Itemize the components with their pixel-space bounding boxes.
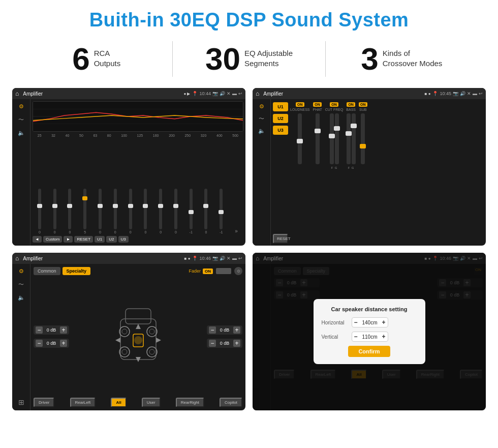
crossover-cutfreq-track-f[interactable] [330,113,334,164]
crossover-phat-track[interactable] [316,113,320,164]
crossover-bass-track-f[interactable] [347,113,351,164]
crossover-sub-on[interactable]: ON [359,102,367,107]
dialog-horizontal-minus[interactable]: − [354,319,358,326]
dialog-vertical-stepper[interactable]: − 110cm + [352,332,388,342]
dialog-horizontal-plus[interactable]: + [382,319,386,326]
fader-user-btn[interactable]: User [142,398,161,407]
eq-graph [33,101,243,132]
eq-slider-13[interactable]: -1 [214,189,228,234]
crossover-u1-btn[interactable]: U1 [273,102,288,111]
crossover-reset-btn[interactable]: RESET [273,234,288,244]
fader-plus-btn-1[interactable]: + [60,326,67,334]
crossover-cutfreq-on[interactable]: ON [330,102,338,107]
eq-slider-9[interactable]: 0 [153,189,168,234]
fader-screen-panel: ⌂ Amplifier ■ ● 📍 10:46 📷 🔊 ✕ ▬ ↩ ⚙ 〜 🔈 … [12,253,245,410]
eq-slider-6[interactable]: 0 [108,189,122,234]
crossover-u2-btn[interactable]: U2 [273,114,288,123]
fader-plus-btn-2[interactable]: + [60,340,67,347]
eq-slider-8[interactable]: 0 [138,189,152,234]
dialog-vertical-minus[interactable]: − [354,333,358,340]
eq-app-name: Amplifier [23,91,181,97]
stat-eq-text: EQ Adjustable Segments [244,43,293,68]
fader-back-icon[interactable]: ↩ [238,256,242,261]
fader-plus-btn-3[interactable]: + [233,326,240,334]
crossover-phat-on[interactable]: ON [313,102,322,107]
eq-slider-5[interactable]: 0 [93,189,107,234]
fader-main: Common Specialty Fader ON ⚙ − 0 dB [30,264,245,410]
crossover-u3-btn[interactable]: U3 [273,126,288,135]
eq-slider-2[interactable]: 0 [48,189,62,234]
fader-sidebar: ⚙ 〜 🔈 ⊞ [12,264,30,410]
eq-reset-btn[interactable]: RESET [74,236,93,243]
svg-point-7 [122,329,127,334]
fader-common-tab[interactable]: Common [34,267,60,275]
dialog-vertical-plus[interactable]: + [382,333,386,340]
fader-on-badge[interactable]: ON [203,268,213,274]
fader-rearleft-btn[interactable]: RearLeft [70,398,96,407]
eq-play-btn[interactable]: ► [64,236,73,243]
fader-specialty-tab[interactable]: Specialty [63,267,91,275]
fader-minus-btn-1[interactable]: − [36,326,43,334]
crossover-cutfreq-track-g[interactable] [335,113,339,164]
eq-filter-icon[interactable]: ⚙ [19,103,24,110]
fader-top-tabs: Common Specialty Fader ON ⚙ [34,267,242,275]
eq-slider-12[interactable]: 0 [199,189,213,234]
crossover-bass-track-g[interactable] [352,113,356,164]
eq-custom-btn[interactable]: Custom [43,236,63,243]
eq-slider-4[interactable]: 5 [78,189,92,234]
crossover-wave-icon[interactable]: 〜 [259,115,264,123]
fader-app-name: Amplifier [23,256,182,261]
volume-icon: 🔊 [220,91,225,96]
crossover-speaker-icon[interactable]: 🔈 [258,128,265,134]
eq-slider-3[interactable]: 0 [63,189,77,234]
fader-status-bar: ⌂ Amplifier ■ ● 📍 10:46 📷 🔊 ✕ ▬ ↩ [12,253,245,264]
eq-wave-icon[interactable]: 〜 [18,116,24,124]
eq-expand-icon[interactable]: » [229,228,243,234]
fader-home-icon[interactable]: ⌂ [15,255,19,262]
crossover-sub-track[interactable] [361,113,365,164]
svg-point-8 [147,326,157,337]
eq-slider-11[interactable]: -1 [184,189,198,234]
svg-rect-5 [126,309,151,324]
crossover-home-icon[interactable]: ⌂ [256,90,259,97]
dialog-confirm-button[interactable]: Confirm [348,346,390,357]
crossover-bass-on[interactable]: ON [347,102,355,107]
fader-db-control-2: − 0 dB + [34,339,69,348]
fader-bottom-row: Driver RearLeft All User RearRight Copil… [34,398,242,407]
eq-u1-btn[interactable]: U1 [95,236,105,243]
eq-u3-btn[interactable]: U3 [118,236,129,243]
back-icon[interactable]: ↩ [238,91,242,96]
crossover-dot: ■ ● [425,92,431,96]
crossover-back-icon[interactable]: ↩ [479,91,483,96]
fader-all-btn[interactable]: All [111,398,126,407]
dialog-horizontal-stepper[interactable]: − 140cm + [352,317,388,327]
eq-u2-btn[interactable]: U2 [106,236,116,243]
fader-filter-icon[interactable]: ⚙ [19,268,24,275]
crossover-filter-icon[interactable]: ⚙ [259,103,264,110]
eq-sidebar: ⚙ 〜 🔈 [12,99,30,246]
fader-wave-icon[interactable]: 〜 [18,281,24,288]
fader-speaker-icon[interactable]: 🔈 [18,294,25,301]
fader-minus-btn-4[interactable]: − [209,340,216,347]
fader-plus-btn-4[interactable]: + [233,340,240,347]
crossover-main: U1 U2 U3 RESET ON LOUDNESS [271,99,486,246]
svg-point-12 [147,347,157,357]
fader-rearright-btn[interactable]: RearRight [176,398,204,407]
fader-minus-btn-3[interactable]: − [209,326,216,334]
crossover-loudness-on[interactable]: ON [296,102,304,107]
eq-slider-10[interactable]: 0 [169,189,183,234]
fader-copilot-btn[interactable]: Copilot [220,398,242,407]
eq-slider-1[interactable]: 0 [33,189,47,234]
crossover-loudness-track[interactable] [298,113,302,164]
eq-slider-7[interactable]: 0 [123,189,138,234]
eq-speaker-icon[interactable]: 🔈 [18,130,25,136]
fader-settings-icon[interactable]: ⚙ [234,267,242,275]
crossover-layout: U1 U2 U3 RESET ON LOUDNESS [273,102,484,244]
home-icon[interactable]: ⌂ [15,90,19,97]
crossover-volume-icon: 🔊 [460,91,465,96]
fader-slider-mini[interactable] [216,268,231,274]
fader-driver-btn[interactable]: Driver [34,398,54,407]
fader-minus-btn-2[interactable]: − [36,340,43,347]
eq-prev-btn[interactable]: ◄ [33,236,42,243]
fader-expand-icon[interactable]: ⊞ [18,398,24,406]
